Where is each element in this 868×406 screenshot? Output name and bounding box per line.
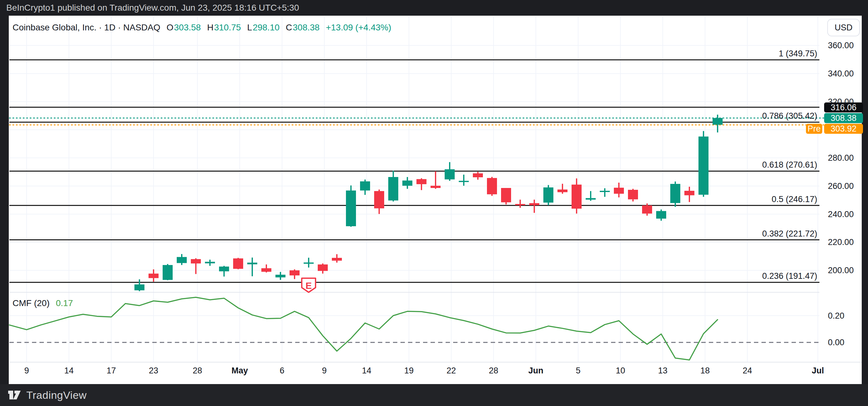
low-label: L [247,23,252,33]
candle-may-16[interactable] [388,171,398,201]
premarket-price-badge: 303.92 [824,124,863,134]
open-label: O [167,23,174,33]
tradingview-logo-icon[interactable] [7,389,22,401]
symbol-legend: Coinbase Global, Inc. · 1D · NASDAQ O303… [12,23,392,33]
candle-may-9[interactable] [318,263,328,274]
cmf-indicator-value: 0.17 [56,298,73,308]
cmf-axis-label: 0.00 [828,338,868,347]
price-axis-label: 240.00 [828,209,868,219]
cmf-axis-label: 0.20 [828,311,868,320]
price-axis-label: 360.00 [828,41,868,51]
candle-may-21[interactable] [431,171,441,189]
candle-may-30[interactable] [515,199,525,208]
cmf-indicator-name: CMF (20) [12,298,50,308]
close-label: C [286,23,292,33]
candle-may-1[interactable] [233,258,243,269]
time-axis-label: 22 [446,366,456,376]
candle-jun-17[interactable] [684,187,694,202]
fib-level-label: 0.618 (270.61) [762,160,817,170]
candle-jun-9[interactable] [600,188,610,197]
candle-jun-4[interactable] [557,184,567,194]
price-axis-label: 260.00 [828,181,868,191]
price-axis-label: 220.00 [828,238,868,247]
time-axis-label: 17 [106,366,116,376]
time-axis-label: 28 [489,366,498,376]
candle-apr-24[interactable] [163,264,173,280]
time-axis-label: 9 [322,366,327,376]
candle-may-29[interactable] [501,188,511,205]
fib-retracement-lines[interactable] [9,60,819,282]
price-axis-label: 200.00 [828,266,868,275]
candle-may-5[interactable] [261,264,271,273]
candle-jun-2[interactable] [529,199,539,213]
fib-level-label: 0.786 (305.42) [762,111,817,121]
candle-jun-11[interactable] [628,189,638,201]
candle-jun-10[interactable] [614,183,624,197]
candle-jun-18[interactable] [699,131,709,197]
candlestick-series[interactable] [134,115,722,291]
candle-may-27[interactable] [473,172,483,180]
low-value: 298.10 [253,23,280,33]
candle-may-15[interactable] [374,190,384,214]
time-axis-label: 19 [404,366,414,376]
price-axis-label: 340.00 [828,69,868,78]
premarket-tag-badge: Pre [806,124,822,134]
candle-apr-30[interactable] [219,266,229,277]
candle-may-13[interactable] [346,185,356,227]
candle-may-12[interactable] [332,254,342,262]
candle-apr-28[interactable] [191,258,201,274]
candle-jun-13[interactable] [656,210,666,221]
time-axis-label: 10 [616,366,625,376]
time-axis-label: Jun [528,366,544,376]
candle-apr-22[interactable] [134,279,145,291]
candle-may-19[interactable] [402,177,412,189]
time-axis-label: 28 [193,366,202,376]
chart-plot-area[interactable]: E [0,0,868,406]
svg-text:E: E [306,280,312,291]
candle-may-7[interactable] [289,270,300,279]
gridlines [9,16,862,362]
high-value: 310.75 [214,23,241,33]
candle-jun-6[interactable] [586,191,596,201]
high-label: H [207,23,213,33]
cmf-indicator-legend: CMF (20) 0.17 [12,298,73,308]
candle-apr-25[interactable] [177,254,187,265]
time-axis-label: 14 [362,366,371,376]
time-axis-label: 23 [149,366,158,376]
candle-may-6[interactable] [275,272,285,280]
time-axis-label: May [231,366,248,376]
candle-apr-29[interactable] [205,260,215,266]
candle-apr-23[interactable] [149,270,159,282]
time-axis-label: 9 [24,366,29,376]
time-axis-label: 18 [700,366,710,376]
close-value: 308.38 [293,23,320,33]
candle-may-20[interactable] [416,178,427,190]
candle-jun-5[interactable] [571,179,582,214]
time-axis-label: 24 [743,366,752,376]
time-axis-label: 14 [64,366,74,376]
candle-may-28[interactable] [487,177,497,196]
open-value: 303.58 [174,23,201,33]
fib-level-label: 1 (349.75) [779,49,817,58]
candle-may-22[interactable] [445,162,455,181]
time-axis-label: Jul [812,366,824,376]
time-axis-label: 5 [576,366,580,376]
fib-level-label: 0.5 (246.17) [772,194,817,204]
candle-may-23[interactable] [459,175,469,185]
candle-may-8[interactable] [304,258,314,268]
price-axis-label: 280.00 [828,153,868,163]
tradingview-snapshot: BeInCrypto1 published on TradingView.com… [0,0,868,406]
earnings-badge[interactable]: E [302,278,315,292]
candle-jun-16[interactable] [670,181,680,207]
change-value: +13.09 (+4.43%) [326,23,392,33]
candle-jun-3[interactable] [544,185,553,206]
candle-may-2[interactable] [247,257,257,276]
tradingview-brand-text[interactable]: TradingView [26,389,87,401]
candle-may-14[interactable] [360,180,370,195]
time-axis-label: 13 [658,366,668,376]
last-price-badge: 308.38 [824,113,863,123]
fib-level-label: 0.236 (191.47) [762,271,817,281]
footer-bar: TradingView [0,384,868,406]
cmf-line-series[interactable] [9,297,718,360]
currency-toggle-button[interactable]: USD [827,19,860,36]
